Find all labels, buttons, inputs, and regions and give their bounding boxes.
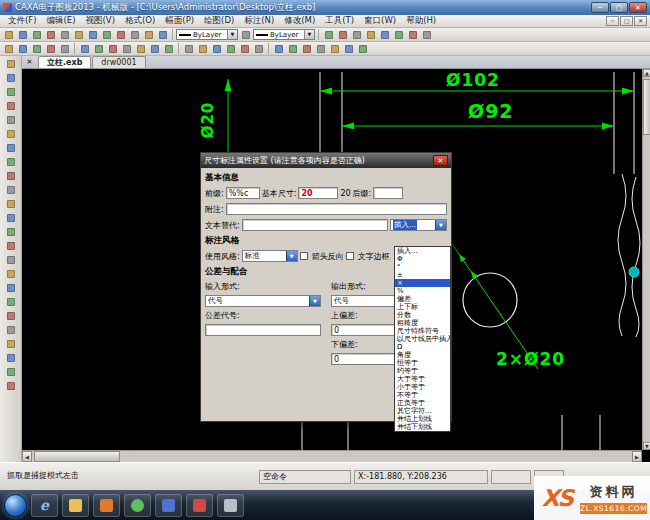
zoom-out-icon[interactable]	[364, 29, 377, 41]
dimension-icon[interactable]	[4, 226, 18, 238]
arc-icon[interactable]	[4, 100, 18, 112]
dimension-label-2x20[interactable]: 2×Ø20	[496, 349, 565, 369]
tab-close-icon[interactable]: ✕	[24, 57, 35, 68]
mdi-minimize-icon[interactable]: ─	[606, 16, 619, 26]
dropdown-option[interactable]: 小于等于	[395, 383, 450, 391]
scroll-left-icon[interactable]: ◀	[22, 451, 32, 462]
rectangle-tool-icon[interactable]	[120, 43, 133, 55]
vertical-scrollbar[interactable]: ▲ ▼	[642, 69, 650, 450]
leader-icon[interactable]	[4, 240, 18, 252]
horizontal-scrollbar[interactable]: ◀ ▶	[22, 450, 642, 462]
redo-icon[interactable]	[128, 29, 141, 41]
options-icon[interactable]	[356, 43, 369, 55]
start-button[interactable]	[4, 494, 27, 517]
dropdown-option[interactable]: 角度	[395, 351, 450, 359]
dropdown-option[interactable]: 分数	[395, 311, 450, 319]
move-tool-icon[interactable]	[286, 43, 299, 55]
taskbar-media-icon[interactable]	[93, 494, 120, 517]
circle-tool-icon[interactable]	[92, 43, 105, 55]
suffix-field[interactable]	[373, 187, 403, 199]
erase-icon[interactable]	[4, 310, 18, 322]
polygon-icon[interactable]	[4, 156, 18, 168]
new-file-icon[interactable]	[2, 29, 15, 41]
parallel-line-icon[interactable]	[4, 72, 18, 84]
dropdown-option[interactable]: 偏差	[395, 295, 450, 303]
weld-symbol-icon[interactable]	[4, 282, 18, 294]
trim-tool-icon[interactable]	[342, 43, 355, 55]
hatch-tool-icon[interactable]	[148, 43, 161, 55]
chevron-down-icon[interactable]: ▼	[227, 30, 237, 39]
dropdown-option[interactable]: 约等于	[395, 367, 450, 375]
dropdown-option[interactable]: 上下标	[395, 303, 450, 311]
print-icon[interactable]	[44, 29, 57, 41]
select-icon[interactable]	[2, 43, 15, 55]
menu-draw[interactable]: 绘图(D)	[199, 15, 239, 27]
dropdown-option-selected[interactable]: ×	[395, 279, 450, 287]
basic-dim-field[interactable]: 20	[298, 187, 338, 199]
line-icon[interactable]	[4, 58, 18, 70]
rotate-icon[interactable]	[4, 338, 18, 350]
roughness-tool-icon[interactable]	[224, 43, 237, 55]
datum-icon[interactable]	[4, 254, 18, 266]
rotate-tool-icon[interactable]	[300, 43, 313, 55]
array-tool-icon[interactable]	[328, 43, 341, 55]
chevron-down-icon[interactable]: ▼	[286, 251, 297, 261]
arc-tool-icon[interactable]	[106, 43, 119, 55]
chevron-down-icon[interactable]: ▼	[304, 30, 314, 39]
format-brush-icon[interactable]	[142, 29, 155, 41]
tab-lizhu-exb[interactable]: 立柱.exb	[38, 56, 91, 68]
move-icon[interactable]	[4, 324, 18, 336]
rectangle-icon[interactable]	[4, 170, 18, 182]
maximize-icon[interactable]: ▢	[610, 2, 628, 13]
leader-tool-icon[interactable]	[196, 43, 209, 55]
horizontal-scroll-thumb[interactable]	[34, 451, 120, 462]
pan-icon[interactable]	[378, 29, 391, 41]
circle-icon[interactable]	[4, 86, 18, 98]
menu-format[interactable]: 格式(O)	[120, 15, 160, 27]
centerline-icon[interactable]	[4, 184, 18, 196]
mirror-tool-icon[interactable]	[314, 43, 327, 55]
block-icon[interactable]	[4, 296, 18, 308]
print-preview-icon[interactable]	[58, 29, 71, 41]
block-tool-icon[interactable]	[238, 43, 251, 55]
status-panel[interactable]	[491, 470, 531, 484]
snap-toggle-icon[interactable]	[30, 43, 43, 55]
dropdown-option[interactable]: 尺寸特殊符号	[395, 327, 450, 335]
datum-tool-icon[interactable]	[210, 43, 223, 55]
dropdown-option[interactable]: Φ	[395, 255, 450, 263]
taskbar-app-icon[interactable]	[186, 494, 213, 517]
dropdown-option[interactable]: 其它字符...	[395, 407, 450, 415]
point-icon[interactable]	[4, 128, 18, 140]
taskbar-word-icon[interactable]	[155, 494, 182, 517]
grid-toggle-icon[interactable]	[44, 43, 57, 55]
chevron-down-icon[interactable]: ▼	[309, 296, 320, 306]
arrow-reverse-checkbox[interactable]	[300, 252, 308, 260]
menu-help[interactable]: 帮助(H)	[401, 15, 441, 27]
dimension-label-20[interactable]: Ø20	[199, 102, 217, 139]
dropdown-option[interactable]: 粗糙度	[395, 319, 450, 327]
menu-edit[interactable]: 编辑(E)	[42, 15, 81, 27]
dropdown-option[interactable]: ±	[395, 271, 450, 279]
taskbar-folder-icon[interactable]	[62, 494, 89, 517]
vertical-scroll-thumb[interactable]	[643, 79, 650, 135]
note-field[interactable]	[226, 203, 447, 215]
properties-icon[interactable]	[336, 29, 349, 41]
dimension-label-92[interactable]: Ø92	[468, 100, 514, 122]
dropdown-option[interactable]: %	[395, 287, 450, 295]
close-icon[interactable]: ✕	[629, 2, 647, 13]
input-form-select[interactable]: 代号 ▼	[205, 295, 321, 307]
roughness-icon[interactable]	[4, 268, 18, 280]
find-icon[interactable]	[156, 29, 169, 41]
zoom-in-icon[interactable]	[350, 29, 363, 41]
line-tool-icon[interactable]	[78, 43, 91, 55]
text-replace-field[interactable]	[242, 219, 388, 231]
library-icon[interactable]	[252, 43, 265, 55]
paste-icon[interactable]	[100, 29, 113, 41]
array-icon[interactable]	[4, 366, 18, 378]
dropdown-option[interactable]: °	[395, 263, 450, 271]
insert-symbol-select[interactable]: 插入... ▼	[390, 219, 447, 231]
dimension-tool-icon[interactable]	[182, 43, 195, 55]
dropdown-option[interactable]: 并结下划线	[395, 423, 450, 431]
dialog-title-bar[interactable]: 尺寸标注属性设置 (请注意各项内容是否正确) ✕	[201, 153, 451, 168]
zoom-all-icon[interactable]	[392, 29, 405, 41]
